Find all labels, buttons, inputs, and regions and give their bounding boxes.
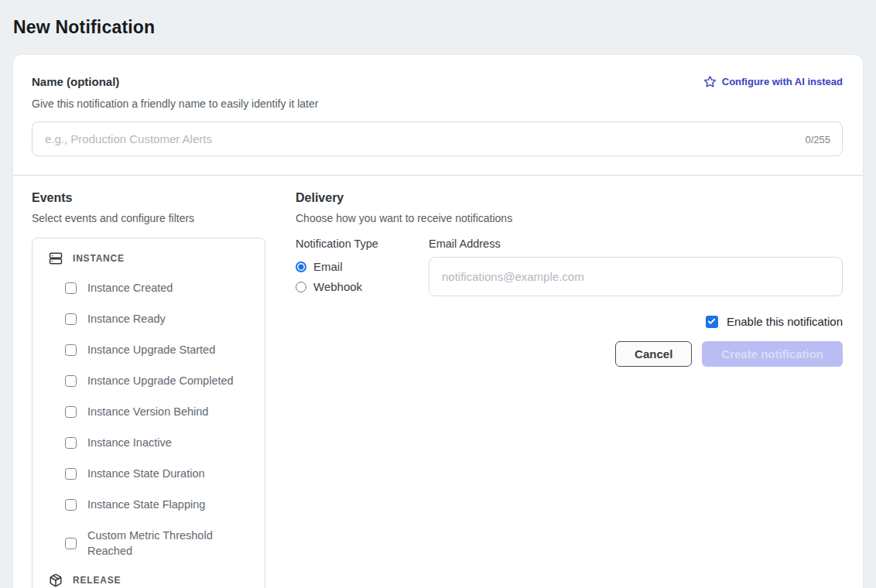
checkbox-checked-icon[interactable] xyxy=(706,316,718,328)
event-item-custom-metric-threshold[interactable]: Custom Metric Threshold Reached xyxy=(33,520,265,566)
radio-selected-icon[interactable] xyxy=(296,262,306,272)
package-icon xyxy=(49,573,63,587)
checkbox-unchecked-icon[interactable] xyxy=(65,468,77,480)
event-item-instance-upgrade-started[interactable]: Instance Upgrade Started xyxy=(33,334,265,365)
server-icon xyxy=(49,251,63,265)
checkbox-unchecked-icon[interactable] xyxy=(65,499,77,511)
radio-option-webhook[interactable]: Webhook xyxy=(296,280,429,293)
page-title: New Notification xyxy=(13,17,876,38)
notification-type-label: Notification Type xyxy=(296,238,429,250)
events-description: Select events and configure filters xyxy=(32,212,278,224)
name-description: Give this notification a friendly name t… xyxy=(32,97,843,110)
event-item-instance-upgrade-completed[interactable]: Instance Upgrade Completed xyxy=(33,365,265,396)
event-item-instance-version-behind[interactable]: Instance Version Behind xyxy=(33,396,265,427)
events-list-box[interactable]: INSTANCE Instance Created Instance Ready… xyxy=(32,238,265,588)
event-item-instance-state-flapping[interactable]: Instance State Flapping xyxy=(33,489,265,520)
event-group-label: INSTANCE xyxy=(73,253,125,264)
star-icon xyxy=(703,75,717,88)
enable-notification-label: Enable this notification xyxy=(727,315,843,328)
event-group-label: RELEASE xyxy=(73,575,121,586)
delivery-heading: Delivery xyxy=(296,191,843,205)
configure-with-ai-link[interactable]: Configure with AI instead xyxy=(703,75,843,88)
events-panel: Events Select events and configure filte… xyxy=(32,191,278,588)
delivery-panel: Delivery Choose how you want to receive … xyxy=(296,191,843,588)
checkbox-unchecked-icon[interactable] xyxy=(65,375,77,387)
event-group-header-release: RELEASE xyxy=(33,566,265,588)
new-notification-card: Name (optional) Configure with AI instea… xyxy=(12,54,864,588)
radio-unselected-icon[interactable] xyxy=(296,282,306,292)
radio-option-email[interactable]: Email xyxy=(296,260,429,273)
configure-with-ai-label: Configure with AI instead xyxy=(722,76,843,87)
name-section: Name (optional) Configure with AI instea… xyxy=(13,55,863,175)
event-item-instance-state-duration[interactable]: Instance State Duration xyxy=(33,458,265,489)
email-address-label: Email Address xyxy=(429,238,843,250)
event-item-instance-ready[interactable]: Instance Ready xyxy=(33,303,265,334)
event-group-header-instance: INSTANCE xyxy=(33,244,265,272)
checkbox-unchecked-icon[interactable] xyxy=(65,282,77,294)
name-label: Name (optional) xyxy=(32,75,119,88)
create-notification-button[interactable]: Create notification xyxy=(702,341,843,367)
event-item-instance-created[interactable]: Instance Created xyxy=(33,272,265,303)
event-item-instance-inactive[interactable]: Instance Inactive xyxy=(33,427,265,458)
email-address-input[interactable] xyxy=(429,257,843,296)
events-heading: Events xyxy=(32,191,278,205)
checkbox-unchecked-icon[interactable] xyxy=(65,538,77,549)
checkbox-unchecked-icon[interactable] xyxy=(65,406,77,418)
enable-notification-toggle[interactable]: Enable this notification xyxy=(296,315,843,328)
cancel-button[interactable]: Cancel xyxy=(615,341,692,367)
checkbox-unchecked-icon[interactable] xyxy=(65,313,77,325)
delivery-description: Choose how you want to receive notificat… xyxy=(296,212,843,224)
checkbox-unchecked-icon[interactable] xyxy=(65,437,77,449)
checkbox-unchecked-icon[interactable] xyxy=(65,344,77,356)
char-counter: 0/255 xyxy=(805,133,830,145)
name-input[interactable] xyxy=(32,121,843,156)
